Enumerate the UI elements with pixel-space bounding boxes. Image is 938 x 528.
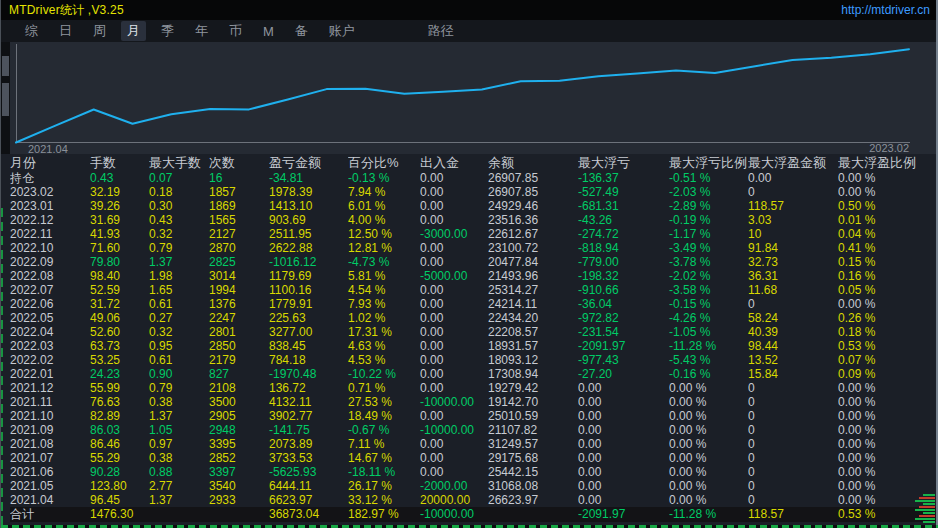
- table-row[interactable]: 2022.1141.930.3221272511.9512.50 %-3000.…: [10, 227, 938, 241]
- total-value-cell: [488, 507, 578, 522]
- table-row[interactable]: 2022.0549.060.272247225.631.02 %0.002243…: [10, 311, 938, 325]
- value-cell: 40.39: [748, 325, 838, 339]
- value-cell: 27.53 %: [348, 395, 420, 409]
- menu-item-日[interactable]: 日: [53, 21, 78, 41]
- table-row[interactable]: 2022.0363.730.952850838.454.63 %0.001893…: [10, 339, 938, 353]
- table-row[interactable]: 2022.0253.250.612179784.184.53 %0.001809…: [10, 353, 938, 367]
- grip-line: [919, 515, 935, 517]
- table-row[interactable]: 2021.1082.891.3729053902.7718.49 %0.0025…: [10, 409, 938, 423]
- menu-item-综[interactable]: 综: [19, 21, 44, 41]
- table-row[interactable]: 2022.1231.690.431565903.694.00 %0.002351…: [10, 213, 938, 227]
- value-cell: -136.37: [578, 171, 669, 185]
- value-cell: 96.45: [90, 493, 149, 507]
- table-row[interactable]: 2022.0124.230.90827-1970.48-10.22 %0.001…: [10, 367, 938, 381]
- table-row[interactable]: 2023.0139.260.3018691413.106.01 %0.00249…: [10, 199, 938, 213]
- table-row[interactable]: 2021.1255.990.792108136.720.71 %0.001927…: [10, 381, 938, 395]
- total-row[interactable]: 合计1476.3036873.04182.97 %-10000.00-2091.…: [10, 507, 938, 522]
- month-cell: 2021.09: [10, 423, 90, 437]
- value-cell: 0.88: [149, 465, 209, 479]
- month-cell: 2021.05: [10, 479, 90, 493]
- value-cell: 0.00: [420, 311, 488, 325]
- table-row[interactable]: 2022.0979.801.372825-1016.12-4.73 %0.002…: [10, 255, 938, 269]
- value-cell: 18931.57: [488, 339, 578, 353]
- table-row[interactable]: 2021.0986.031.052948-141.75-0.67 %-10000…: [10, 423, 938, 437]
- value-cell: -818.94: [578, 241, 669, 255]
- value-cell: 7.93 %: [348, 297, 420, 311]
- equity-line: [16, 49, 909, 142]
- value-cell: 25010.59: [488, 409, 578, 423]
- value-cell: 2073.89: [269, 437, 348, 451]
- value-cell: 32.73: [748, 255, 838, 269]
- menu-item-周[interactable]: 周: [87, 21, 112, 41]
- value-cell: -2000.00: [420, 479, 488, 493]
- value-cell: 3395: [209, 437, 269, 451]
- value-cell: 136.72: [269, 381, 348, 395]
- value-cell: -3.58 %: [669, 283, 748, 297]
- menu-item-M[interactable]: M: [257, 23, 280, 40]
- value-cell: 0.00 %: [838, 185, 938, 199]
- value-cell: 71.60: [90, 241, 149, 255]
- month-cell: 2023.01: [10, 199, 90, 213]
- table-row[interactable]: 2022.0752.591.6519941100.164.54 %0.00253…: [10, 283, 938, 297]
- value-cell: 98.40: [90, 269, 149, 283]
- value-cell: 0.00: [578, 409, 669, 423]
- value-cell: 0.00: [420, 465, 488, 479]
- menu-item-备[interactable]: 备: [289, 21, 314, 41]
- value-cell: 1994: [209, 283, 269, 297]
- value-cell: 79.80: [90, 255, 149, 269]
- menu-item-年[interactable]: 年: [189, 21, 214, 41]
- value-cell: 0.79: [149, 381, 209, 395]
- value-cell: 0.00 %: [669, 493, 748, 507]
- month-cell: 2021.08: [10, 437, 90, 451]
- table-row[interactable]: 2022.1071.600.7928702622.8812.81 %0.0023…: [10, 241, 938, 255]
- value-cell: 2905: [209, 409, 269, 423]
- menu-item-月[interactable]: 月: [121, 21, 146, 41]
- value-cell: 86.46: [90, 437, 149, 451]
- table-row[interactable]: 2022.0898.401.9830141179.695.81 %-5000.0…: [10, 269, 938, 283]
- value-cell: -3.49 %: [669, 241, 748, 255]
- table-row[interactable]: 2021.0496.451.3729336623.9733.12 %20000.…: [10, 493, 938, 507]
- grip-line: [919, 497, 935, 499]
- table-row[interactable]: 2021.1176.630.3835004132.1127.53 %-10000…: [10, 395, 938, 409]
- table-row[interactable]: 2021.0755.290.3828523733.5314.67 %0.0029…: [10, 451, 938, 465]
- value-cell: -5.43 %: [669, 353, 748, 367]
- value-cell: 0.00: [420, 213, 488, 227]
- value-cell: -1970.48: [269, 367, 348, 381]
- value-cell: 13.52: [748, 353, 838, 367]
- value-cell: 0.53 %: [838, 339, 938, 353]
- value-cell: 0: [748, 423, 838, 437]
- value-cell: 26907.85: [488, 171, 578, 185]
- value-cell: -141.75: [269, 423, 348, 437]
- menu-item-币[interactable]: 币: [223, 21, 248, 41]
- value-cell: -0.19 %: [669, 213, 748, 227]
- value-cell: -10000.00: [420, 423, 488, 437]
- table-row[interactable]: 2021.0886.460.9733952073.897.11 %0.00312…: [10, 437, 938, 451]
- month-cell: 2022.04: [10, 325, 90, 339]
- column-header: 最大浮盈金额: [748, 154, 838, 171]
- value-cell: 14.67 %: [348, 451, 420, 465]
- menu-item-账户[interactable]: 账户: [323, 21, 361, 41]
- menu-item-季[interactable]: 季: [155, 21, 180, 41]
- value-cell: 827: [209, 367, 269, 381]
- table-row[interactable]: 2022.0631.720.6113761779.917.93 %0.00242…: [10, 297, 938, 311]
- column-header: 最大浮亏比例: [669, 154, 748, 171]
- table-row[interactable]: 2022.0452.600.3228013277.0017.31 %0.0022…: [10, 325, 938, 339]
- table-row[interactable]: 2021.05123.802.7735406444.1126.17 %-2000…: [10, 479, 938, 493]
- value-cell: 0.00 %: [669, 465, 748, 479]
- value-cell: 0.00 %: [669, 437, 748, 451]
- table-row[interactable]: 持仓0.430.0716-34.81-0.13 %0.0026907.85-13…: [10, 171, 938, 185]
- table-row[interactable]: 2021.0690.280.883397-5625.93-18.11 %0.00…: [10, 465, 938, 479]
- left-scrollbar-thumb[interactable]: [2, 83, 9, 116]
- column-header: 次数: [209, 154, 269, 171]
- left-scrollbar-track[interactable]: [1, 42, 10, 154]
- value-cell: 91.84: [748, 241, 838, 255]
- menu-item-路径[interactable]: 路径: [422, 21, 460, 41]
- table-row[interactable]: 2023.0232.190.1818571978.397.94 %0.00269…: [10, 185, 938, 199]
- value-cell: 19142.70: [488, 395, 578, 409]
- left-scrollbar-button[interactable]: [2, 56, 9, 76]
- value-cell: 6444.11: [269, 479, 348, 493]
- value-cell: 17.31 %: [348, 325, 420, 339]
- resize-grip[interactable]: [915, 494, 935, 523]
- vendor-url-link[interactable]: http://mtdriver.cn: [841, 3, 930, 17]
- value-cell: 23516.36: [488, 213, 578, 227]
